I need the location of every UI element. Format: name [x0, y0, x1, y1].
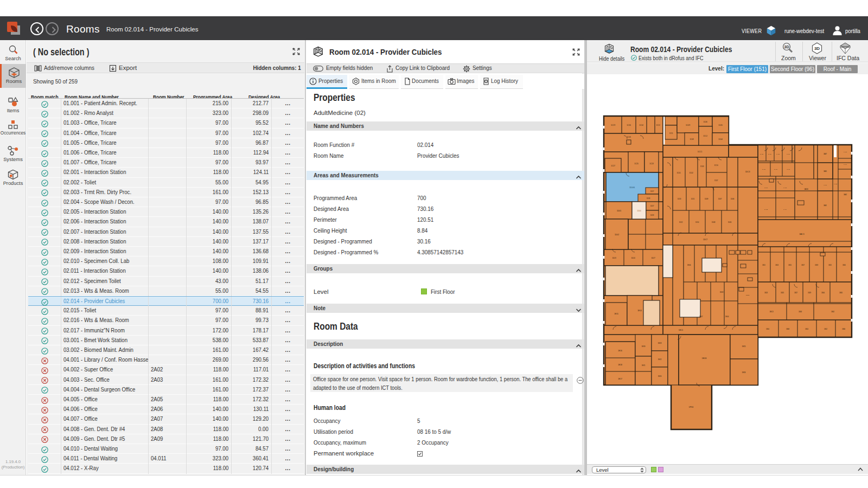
- svg-text:1C16: 1C16: [627, 124, 631, 126]
- svg-text:1D06: 1D06: [629, 186, 635, 189]
- svg-text:1B08: 1B08: [786, 328, 790, 330]
- svg-text:1D07: 1D07: [718, 198, 722, 200]
- svg-text:1D11: 1D11: [691, 198, 695, 200]
- svg-text:1A07: 1A07: [824, 153, 827, 155]
- svg-text:1CC1: 1CC1: [698, 151, 703, 153]
- svg-text:1B21: 1B21: [828, 264, 832, 266]
- svg-text:1D17: 1D17: [650, 205, 654, 207]
- svg-text:1E23: 1E23: [658, 342, 661, 344]
- svg-text:1C04: 1C04: [718, 138, 723, 140]
- svg-text:1A01: 1A01: [824, 204, 827, 207]
- svg-text:1E04: 1E04: [725, 316, 729, 318]
- svg-text:1B11: 1B11: [762, 264, 765, 266]
- svg-text:1E06: 1E06: [687, 264, 691, 266]
- svg-text:1E14: 1E14: [637, 310, 642, 312]
- svg-text:1B15: 1B15: [788, 264, 792, 266]
- svg-text:1C12: 1C12: [656, 124, 660, 126]
- svg-text:1B29: 1B29: [808, 292, 812, 294]
- svg-text:1E26: 1E26: [742, 371, 745, 374]
- svg-text:1C05: 1C05: [718, 124, 723, 126]
- svg-text:3D: 3D: [814, 46, 820, 51]
- svg-text:1E19: 1E19: [641, 345, 645, 348]
- svg-text:1C14: 1C14: [639, 124, 643, 126]
- svg-text:1D24: 1D24: [631, 257, 635, 259]
- svg-text:1E17: 1E17: [618, 378, 622, 380]
- svg-text:1EC1: 1EC1: [679, 329, 684, 331]
- svg-text:1D17: 1D17: [650, 190, 654, 192]
- svg-text:1B17: 1B17: [801, 264, 805, 266]
- svg-text:1C08: 1C08: [690, 138, 694, 140]
- svg-text:1A02: 1A02: [844, 194, 847, 196]
- svg-text:1E22: 1E22: [658, 358, 662, 361]
- svg-text:1E25: 1E25: [742, 345, 745, 348]
- svg-text:1D02: 1D02: [615, 234, 619, 236]
- svg-text:1D06: 1D06: [731, 198, 735, 200]
- svg-text:1C01: 1C01: [676, 172, 681, 174]
- svg-text:3D: 3D: [784, 45, 789, 49]
- svg-text:1B10: 1B10: [766, 328, 770, 330]
- svg-text:1E20: 1E20: [658, 375, 662, 377]
- svg-text:1E15: 1E15: [614, 313, 618, 315]
- svg-text:1C10: 1C10: [714, 164, 718, 166]
- svg-text:1D01: 1D01: [617, 210, 621, 212]
- svg-text:1C18: 1C18: [627, 136, 631, 138]
- svg-text:1B05: 1B05: [839, 292, 843, 294]
- svg-text:1C03: 1C03: [700, 165, 704, 168]
- svg-text:5A08: 5A08: [760, 153, 763, 155]
- svg-text:1DC3: 1DC3: [745, 171, 750, 173]
- svg-text:1BC3: 1BC3: [770, 311, 774, 313]
- svg-text:1B12: 1B12: [824, 328, 828, 330]
- svg-text:1B25: 1B25: [781, 292, 784, 294]
- svg-text:1D19: 1D19: [650, 214, 654, 216]
- svg-text:1E09: 1E09: [720, 291, 724, 293]
- svg-text:1B14: 1B14: [805, 328, 809, 330]
- svg-text:1CC2: 1CC2: [703, 135, 707, 137]
- svg-text:1B19: 1B19: [815, 264, 819, 266]
- svg-text:1C11: 1C11: [669, 132, 673, 134]
- svg-text:1P01: 1P01: [689, 406, 694, 408]
- svg-text:1B27: 1B27: [794, 292, 798, 294]
- svg-text:1B04: 1B04: [821, 292, 825, 294]
- svg-text:1B02: 1B02: [831, 311, 835, 313]
- svg-text:1D08: 1D08: [712, 221, 716, 223]
- svg-text:1E24: 1E24: [702, 357, 707, 359]
- svg-text:1C19: 1C19: [611, 124, 615, 126]
- svg-text:1EC2: 1EC2: [746, 294, 750, 296]
- svg-text:5A06: 5A06: [774, 169, 777, 170]
- svg-text:1D27: 1D27: [651, 257, 655, 259]
- svg-text:1A16: 1A16: [804, 188, 808, 190]
- svg-text:1E16: 1E16: [618, 350, 622, 352]
- svg-text:1E21: 1E21: [642, 364, 646, 367]
- svg-text:1A04: 1A04: [844, 164, 847, 165]
- svg-text:1C06: 1C06: [703, 121, 707, 123]
- svg-text:1A14: 1A14: [783, 209, 787, 210]
- svg-text:1E07: 1E07: [699, 316, 703, 318]
- svg-text:1D10: 1D10: [695, 221, 699, 223]
- svg-text:5A12: 5A12: [764, 209, 768, 210]
- svg-text:1D18: 1D18: [647, 197, 650, 200]
- svg-text:1C13: 1C13: [649, 163, 654, 165]
- svg-text:1AC5: 1AC5: [834, 183, 838, 185]
- svg-text:1AC1: 1AC1: [799, 233, 805, 235]
- svg-text:1B23: 1B23: [764, 292, 768, 294]
- svg-text:1C15: 1C15: [634, 163, 639, 165]
- svg-text:1D00: 1D00: [637, 210, 641, 212]
- svg-text:1D09: 1D09: [705, 198, 709, 200]
- svg-text:1B01: 1B01: [843, 264, 846, 266]
- svg-text:1B13: 1B13: [775, 264, 779, 266]
- svg-text:5A09: 5A09: [768, 153, 771, 155]
- svg-text:1D05: 1D05: [728, 221, 732, 223]
- svg-text:5A07: 5A07: [762, 169, 765, 170]
- svg-text:1D13: 1D13: [678, 198, 681, 200]
- svg-text:1E18: 1E18: [618, 364, 622, 366]
- svg-text:1A09: 1A09: [787, 153, 790, 155]
- svg-text:1C17: 1C17: [611, 165, 615, 167]
- svg-text:1D12: 1D12: [679, 221, 683, 223]
- svg-text:1A13: 1A13: [783, 187, 787, 189]
- svg-text:1A11: 1A11: [787, 169, 790, 170]
- svg-text:1A10: 1A10: [824, 184, 827, 186]
- svg-text:1B03: 1B03: [799, 311, 802, 313]
- svg-text:1A06: 1A06: [844, 151, 847, 153]
- svg-text:1C07: 1C07: [714, 179, 718, 182]
- svg-text:1A08: 1A08: [776, 153, 780, 155]
